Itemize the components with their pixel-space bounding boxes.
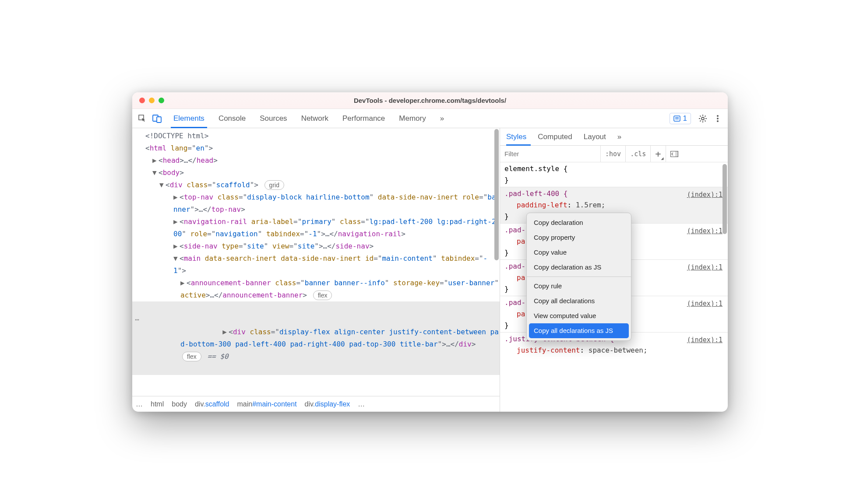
svg-rect-4 [675,117,679,118]
ctx-view-computed[interactable]: View computed value [527,308,631,323]
svg-rect-5 [675,119,679,119]
issues-count: 1 [683,114,687,123]
tab-console[interactable]: Console [218,109,247,128]
context-menu: Copy declaration Copy property Copy valu… [526,213,631,341]
crumb-overflow-right[interactable]: … [358,400,365,408]
styles-rules[interactable]: element.style { } (index):1 .pad-left-40… [500,162,728,412]
new-rule-button[interactable]: +◢ [651,146,666,162]
ctx-copy-declaration[interactable]: Copy declaration [527,215,631,230]
crumb-html[interactable]: html [151,400,164,408]
tab-elements[interactable]: Elements [173,109,205,128]
grid-badge[interactable]: grid [264,180,284,190]
ctx-copy-all-declarations[interactable]: Copy all declarations [527,294,631,308]
hov-toggle[interactable]: :hov [601,146,626,162]
ctx-copy-all-declarations-js[interactable]: Copy all declarations as JS [529,323,629,338]
ctx-copy-property[interactable]: Copy property [527,230,631,245]
ctx-copy-value[interactable]: Copy value [527,245,631,260]
crumb-scaffold[interactable]: div.scaffold [195,400,229,408]
main-split: <!DOCTYPE html> <html lang="en"> ▶<head>… [132,128,728,412]
ctx-separator [527,276,631,277]
titlebar: DevTools - developer.chrome.com/tags/dev… [132,92,728,109]
devtools-window: DevTools - developer.chrome.com/tags/dev… [132,92,728,412]
tab-sources[interactable]: Sources [259,109,288,128]
rule-element-style[interactable]: element.style { } [500,162,728,187]
tab-performance[interactable]: Performance [342,109,386,128]
ctx-copy-rule[interactable]: Copy rule [527,279,631,294]
svg-point-9 [717,120,719,122]
doctype: <!DOCTYPE html> [145,132,209,140]
row-actions-icon[interactable]: ⋯ [135,314,139,326]
breadcrumb: … html body div.scaffold main#main-conte… [132,396,500,412]
rtab-more[interactable]: » [617,133,621,141]
main-tabbar: Elements Console Sources Network Perform… [132,109,728,128]
styles-toolbar: :hov .cls +◢ [500,146,728,162]
selected-node-indicator: == $0 [207,352,228,360]
styles-scrollbar[interactable] [723,164,727,409]
panel-tabs: Elements Console Sources Network Perform… [173,109,445,128]
toggle-sidebar-icon[interactable] [666,146,683,162]
dom-tree[interactable]: <!DOCTYPE html> <html lang="en"> ▶<head>… [132,128,500,396]
crumb-main[interactable]: main#main-content [237,400,297,408]
tab-network[interactable]: Network [300,109,329,128]
styles-panel: Styles Computed Layout » :hov .cls +◢ el… [500,128,728,412]
rtab-layout[interactable]: Layout [584,133,606,141]
svg-rect-11 [675,151,678,157]
svg-rect-2 [157,117,161,122]
tab-memory[interactable]: Memory [398,109,426,128]
inspect-element-icon[interactable] [136,112,149,125]
flex-badge-2[interactable]: flex [182,352,201,361]
ctx-copy-declaration-js[interactable]: Copy declaration as JS [527,260,631,275]
dom-scrollbar[interactable] [494,129,499,385]
styles-tabs: Styles Computed Layout » [500,128,728,146]
flex-badge[interactable]: flex [313,290,332,300]
elements-panel: <!DOCTYPE html> <html lang="en"> ▶<head>… [132,128,500,412]
device-toggle-icon[interactable] [151,112,164,125]
cls-toggle[interactable]: .cls [626,146,651,162]
rtab-styles[interactable]: Styles [506,133,526,141]
crumb-body[interactable]: body [172,400,187,408]
svg-point-8 [717,118,719,119]
rule-source-link[interactable]: (index):1 [687,189,723,200]
issues-button[interactable]: 1 [670,113,691,124]
window-title: DevTools - developer.chrome.com/tags/dev… [132,97,728,104]
svg-point-7 [717,115,719,117]
kebab-menu-icon[interactable] [711,112,724,125]
tab-more[interactable]: » [439,109,445,128]
settings-icon[interactable] [696,112,709,125]
rule-pad-left-400[interactable]: (index):1 .pad-left-400 { padding-left: … [500,187,728,224]
crumb-overflow-left[interactable]: … [136,400,143,408]
crumb-div[interactable]: div.display-flex [305,400,350,408]
rtab-computed[interactable]: Computed [538,133,572,141]
svg-point-6 [701,117,704,120]
styles-filter-input[interactable] [500,146,601,162]
